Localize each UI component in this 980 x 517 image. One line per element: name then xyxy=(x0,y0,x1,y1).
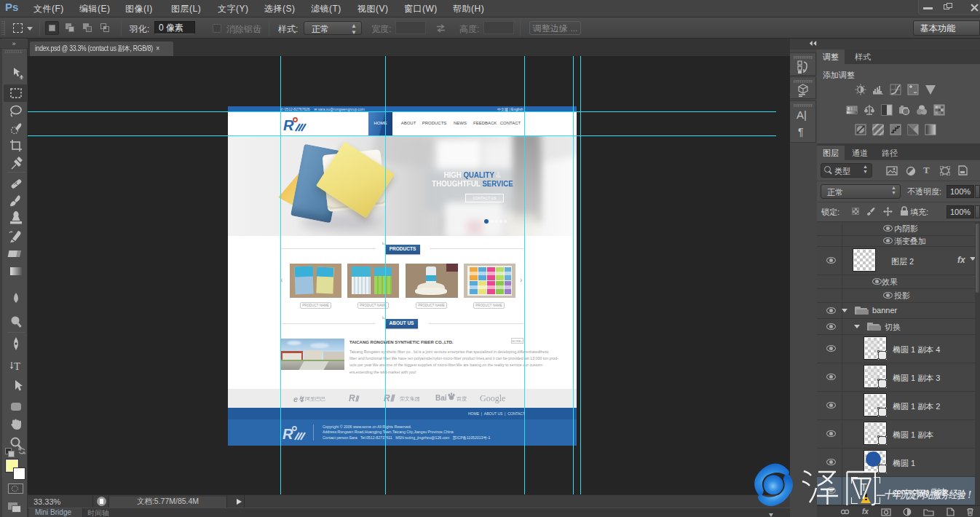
svg-text:R: R xyxy=(283,117,294,133)
svg-text:R: R xyxy=(282,426,293,442)
svg-text:T: T xyxy=(14,360,20,372)
